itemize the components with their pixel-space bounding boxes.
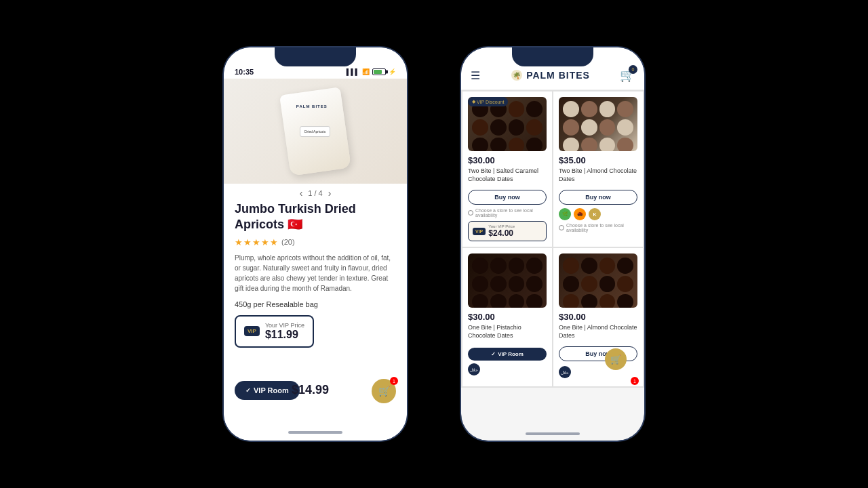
product-description: Plump, whole apricots without the additi… — [235, 253, 396, 293]
product-info-section: Jumbo Turkish Dried Apricots 🇹🇷 ★★★★★ (2… — [224, 201, 407, 353]
product-2-name: Two Bite | Almond Chocolate Dates — [559, 167, 637, 186]
choc-dot — [563, 294, 579, 308]
cart-float-badge: 1 — [631, 377, 639, 385]
product-3-vip-room-button[interactable]: ✓ VIP Room — [468, 348, 547, 361]
product-image-area: PALM BITES Dried Apricots — [224, 79, 407, 184]
vip-amount-1: $24.00 — [488, 228, 515, 238]
left-status-icons: ▌▌▌ 📶 ⚡ — [347, 68, 396, 75]
main-scene: 10:35 ▌▌▌ 📶 ⚡ PALM BITES Dried Apricots — [0, 0, 868, 488]
product-card-2: $35.00 Two Bite | Almond Chocolate Dates… — [553, 92, 643, 247]
floating-cart-button[interactable]: 🛒 — [605, 348, 627, 370]
choc-dot — [472, 119, 488, 136]
product-bag: PALM BITES Dried Apricots — [279, 87, 351, 176]
vip-price-amount: $11.99 — [265, 329, 304, 341]
next-image-button[interactable]: › — [328, 188, 332, 199]
checkmark-icon: ✓ — [491, 351, 496, 357]
choc-dot — [472, 258, 488, 274]
product-1-buy-button[interactable]: Buy now — [468, 190, 547, 205]
choc-dot — [563, 119, 579, 136]
product-card-1: ◆ VIP Discount — [462, 92, 552, 247]
choc-dot — [526, 138, 542, 152]
product-4-image — [559, 253, 637, 308]
choc-dot — [581, 276, 597, 292]
original-price: $14.99 — [292, 383, 329, 397]
radio-2 — [559, 225, 564, 230]
product-card-3: $30.00 One Bite | Pistachio Chocolate Da… — [462, 248, 552, 386]
vip-price-label: Your VIP Price — [265, 322, 304, 329]
palm-icon: 🌴 — [510, 68, 524, 82]
choc-dot — [526, 276, 542, 292]
choc-dot — [490, 258, 507, 274]
store-choose-1: Choose a store to see local availability — [468, 208, 547, 218]
cert-kosher-icon: K — [589, 208, 601, 220]
choc-dot — [581, 119, 597, 136]
choc-grid-3 — [468, 253, 547, 308]
battery-icon — [372, 68, 386, 75]
choc-dot — [581, 138, 597, 152]
choc-dot — [599, 276, 616, 292]
choc-dot — [617, 119, 633, 136]
product-4-price: $30.00 — [559, 312, 637, 322]
rating-row: ★★★★★ (20) — [235, 237, 396, 247]
vip-room-label: VIP Room — [498, 351, 524, 357]
choc-dot — [563, 258, 579, 274]
vip-discount-label: VIP Discount — [477, 100, 504, 104]
bag-brand-logo: PALM BITES — [296, 104, 328, 108]
right-home-indicator — [526, 432, 580, 435]
store-text-1: Choose a store to see local availability — [475, 208, 547, 218]
product-3-image — [468, 253, 547, 308]
svg-text:🌴: 🌴 — [513, 71, 521, 80]
left-phone-screen: 10:35 ▌▌▌ 📶 ⚡ PALM BITES Dried Apricots — [224, 47, 407, 441]
brand-logo: 🌴 PALM BITES — [510, 68, 590, 82]
diamond-icon: ◆ — [472, 99, 475, 104]
vip-price-row-1: VIP Your VIP Price $24.00 — [468, 221, 547, 241]
review-count: (20) — [281, 238, 295, 246]
menu-icon[interactable]: ☰ — [471, 69, 480, 82]
choc-dot — [490, 138, 507, 152]
product-2-price: $35.00 — [559, 155, 637, 165]
choc-dot — [509, 276, 525, 292]
right-phone-header: ☰ 🌴 PALM BITES 🛒 0 — [461, 47, 644, 90]
right-phone-screen: ☰ 🌴 PALM BITES 🛒 0 — [461, 47, 644, 441]
bag-product-label: Dried Apricots — [300, 126, 330, 137]
cert-halal-icon-2: حلال — [559, 366, 571, 378]
cart-badge: 0 — [629, 65, 637, 74]
choc-dot — [617, 101, 633, 117]
cert-icons-2: 🌿 🌰 K — [559, 208, 637, 220]
cart-notification: 1 — [390, 377, 398, 385]
cart-icon-button[interactable]: 🛒 0 — [620, 68, 635, 83]
image-navigation: ‹ 1 / 4 › — [224, 184, 407, 201]
product-title: Jumbo Turkish Dried Apricots 🇹🇷 — [235, 201, 396, 233]
cart-button[interactable]: 🛒 1 — [372, 379, 396, 403]
product-1-name: Two Bite | Salted Caramel Chocolate Date… — [468, 167, 547, 186]
choc-dot — [563, 101, 579, 117]
choc-dot — [617, 258, 633, 274]
store-choose-2: Choose a store to see local availability — [559, 223, 637, 232]
vip-room-button[interactable]: VIP Room — [235, 381, 300, 400]
choc-dot — [509, 119, 525, 136]
product-3-price: $30.00 — [468, 312, 547, 322]
store-text-2: Choose a store to see local availability — [566, 223, 637, 232]
choc-grid-2 — [559, 97, 637, 151]
product-2-buy-button[interactable]: Buy now — [559, 190, 637, 205]
choc-dot — [599, 119, 616, 136]
product-card-4: $30.00 One Bite | Almond Chocolate Dates… — [553, 248, 643, 386]
product-weight: 450g per Resealable bag — [235, 300, 396, 308]
choc-dot — [490, 119, 507, 136]
choc-dot — [581, 258, 597, 274]
left-status-bar: 10:35 ▌▌▌ 📶 ⚡ — [224, 47, 407, 79]
left-time: 10:35 — [235, 68, 254, 76]
choc-dot — [509, 138, 525, 152]
choc-dot — [599, 101, 616, 117]
cert-icons-4: حلال — [559, 366, 637, 378]
choc-dot — [599, 294, 616, 308]
vip-badge: VIP — [244, 326, 260, 336]
vip-info-1: Your VIP Price $24.00 — [488, 224, 515, 238]
product-3-name: One Bite | Pistachio Chocolate Dates — [468, 324, 547, 343]
cert-leaf-icon: 🌿 — [559, 208, 571, 220]
charge-icon: ⚡ — [389, 68, 396, 75]
product-4-name: One Bite | Almond Chocolate Dates — [559, 324, 637, 343]
choc-dot — [581, 294, 597, 308]
prev-image-button[interactable]: ‹ — [300, 188, 303, 199]
choc-dot — [509, 294, 525, 308]
